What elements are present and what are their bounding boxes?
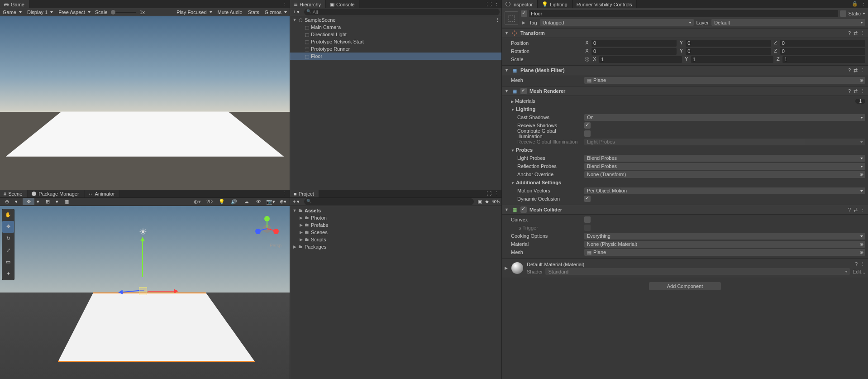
convex-checkbox[interactable] bbox=[584, 216, 591, 223]
create-dropdown[interactable]: + ▾ bbox=[290, 198, 302, 205]
scale-z-input[interactable] bbox=[782, 56, 865, 63]
gizmos-toggle[interactable]: Gizmos bbox=[262, 9, 290, 16]
maximize-icon[interactable]: ⛶ bbox=[486, 1, 491, 7]
contribute-gi-checkbox[interactable] bbox=[584, 130, 591, 137]
tab-inspector[interactable]: ⓘ Inspector bbox=[502, 0, 538, 8]
hidden-icon[interactable]: 👁5 bbox=[492, 199, 500, 204]
add-component-button[interactable]: Add Component bbox=[649, 282, 721, 290]
rotation-y-input[interactable] bbox=[686, 48, 771, 55]
move-gizmo-center[interactable] bbox=[139, 287, 147, 295]
motion-vectors-dropdown[interactable]: Per Object Motion bbox=[584, 187, 865, 194]
fx-toggle[interactable]: ☁ bbox=[240, 198, 252, 205]
maximize-icon[interactable]: ⛶ bbox=[486, 191, 491, 196]
2d-toggle[interactable]: 2D bbox=[204, 198, 215, 205]
transform-tool[interactable]: ✦ bbox=[2, 268, 14, 280]
scene-root[interactable]: ▼ ⬡ SampleScene ⋮ bbox=[290, 16, 501, 24]
reflection-probes-dropdown[interactable]: Blend Probes bbox=[584, 163, 865, 170]
help-icon[interactable]: ? bbox=[848, 67, 851, 73]
move-tool[interactable]: ✥ bbox=[2, 221, 14, 233]
tab-project[interactable]: ■ Project bbox=[290, 190, 319, 197]
move-gizmo-x[interactable] bbox=[148, 291, 175, 292]
gizmos-dropdown[interactable]: ⊕▾ bbox=[277, 198, 289, 205]
material-fold[interactable]: ▶ bbox=[505, 266, 508, 270]
cast-shadows-dropdown[interactable]: On bbox=[584, 114, 865, 121]
project-folder[interactable]: ▶🖿Prefabs bbox=[290, 221, 501, 229]
scene-viewport[interactable]: ✋ ✥ ↻ ⤢ ▭ ✦ Persp bbox=[0, 206, 290, 379]
project-folder-packages[interactable]: ▶🖿Packages bbox=[290, 243, 501, 250]
rect-tool[interactable]: ▭ bbox=[2, 256, 14, 268]
hierarchy-item-selected[interactable]: ⬚Floor bbox=[290, 53, 501, 60]
tab-console[interactable]: ▣ Console bbox=[326, 0, 359, 8]
gameobject-type-icon[interactable]: ⬚ bbox=[505, 11, 518, 25]
project-folder[interactable]: ▶🖿Scripts bbox=[290, 236, 501, 243]
dynamic-occlusion-checkbox[interactable] bbox=[584, 196, 591, 202]
panel-menu-icon[interactable]: ⋮ bbox=[281, 1, 288, 7]
scale-slider[interactable] bbox=[111, 12, 136, 13]
orientation-gizmo[interactable] bbox=[253, 214, 281, 243]
help-icon[interactable]: ? bbox=[855, 261, 858, 267]
hierarchy-search-input[interactable] bbox=[304, 9, 500, 15]
anchor-override-field[interactable]: None (Transform) bbox=[584, 171, 865, 178]
hierarchy-item[interactable]: ⬚Main Camera bbox=[290, 24, 501, 31]
help-icon[interactable]: ? bbox=[848, 30, 851, 36]
fold-icon[interactable]: ▼ bbox=[505, 89, 509, 93]
active-checkbox[interactable] bbox=[521, 10, 527, 17]
game-viewport[interactable] bbox=[0, 16, 290, 190]
layer-dropdown[interactable]: Default bbox=[711, 19, 865, 26]
light-probes-dropdown[interactable]: Blend Probes bbox=[584, 155, 865, 162]
edit-shader-button[interactable]: Edit... bbox=[853, 269, 865, 274]
tab-hierarchy[interactable]: ≣ Hierarchy bbox=[290, 0, 326, 8]
view-tool[interactable]: ✋ bbox=[2, 209, 14, 221]
component-menu-icon[interactable]: ⋮ bbox=[860, 207, 865, 213]
draw-mode-dropdown[interactable]: ◐▾ bbox=[191, 198, 203, 205]
projection-label[interactable]: Persp bbox=[270, 243, 281, 248]
meshrenderer-enable-checkbox[interactable] bbox=[520, 88, 527, 94]
materials-foldout[interactable]: Materials bbox=[505, 98, 582, 104]
lock-icon[interactable]: 🔒 bbox=[852, 1, 858, 7]
stats-toggle[interactable]: Stats bbox=[245, 9, 262, 16]
rotate-tool[interactable]: ↻ bbox=[2, 233, 14, 245]
cooking-options-dropdown[interactable]: Everything bbox=[584, 233, 865, 240]
static-toggle[interactable]: Static bbox=[840, 10, 865, 17]
preset-icon[interactable]: ⇄ bbox=[854, 67, 858, 73]
panel-menu-icon[interactable]: ⋮ bbox=[493, 1, 500, 7]
scene-tool-grid[interactable]: ⊞ bbox=[42, 198, 53, 205]
lighting-foldout[interactable]: Lighting bbox=[505, 106, 582, 112]
project-folder-assets[interactable]: ▼🖿Assets bbox=[290, 207, 501, 214]
scene-tool-pivot[interactable]: ⊕ bbox=[1, 198, 13, 205]
constrain-scale-icon[interactable]: ⛓ bbox=[584, 57, 589, 62]
fold-icon[interactable]: ▼ bbox=[505, 31, 509, 35]
rotation-z-input[interactable] bbox=[780, 48, 865, 55]
position-y-input[interactable] bbox=[686, 40, 771, 47]
fold-icon[interactable]: ▼ bbox=[505, 207, 509, 212]
visibility-toggle[interactable]: 👁 bbox=[253, 198, 264, 205]
component-menu-icon[interactable]: ⋮ bbox=[860, 30, 865, 36]
tab-package-manager[interactable]: Package Manager bbox=[28, 190, 84, 197]
project-folder[interactable]: ▶🖿Scenes bbox=[290, 229, 501, 236]
scene-menu-icon[interactable]: ⋮ bbox=[495, 17, 501, 23]
scene-tool-snap[interactable]: ▦ bbox=[61, 198, 72, 205]
position-x-input[interactable] bbox=[591, 40, 677, 47]
preset-icon[interactable]: ⇄ bbox=[854, 88, 858, 94]
component-menu-icon[interactable]: ⋮ bbox=[860, 261, 865, 267]
game-mode-dropdown[interactable]: Game bbox=[0, 9, 24, 16]
component-menu-icon[interactable]: ⋮ bbox=[860, 67, 865, 73]
panel-menu-icon[interactable]: ⋮ bbox=[281, 191, 288, 197]
scene-tool-handle[interactable]: ✥ bbox=[23, 198, 34, 205]
scale-x-input[interactable] bbox=[599, 56, 682, 63]
tab-animator[interactable]: ↔ Animator bbox=[85, 190, 120, 197]
panel-menu-icon[interactable]: ⋮ bbox=[493, 191, 500, 197]
tab-lighting[interactable]: 💡 Lighting bbox=[538, 0, 572, 8]
move-gizmo-y[interactable] bbox=[142, 240, 143, 277]
panel-menu-icon[interactable]: ⋮ bbox=[860, 1, 866, 7]
hierarchy-item[interactable]: ⬚Prototype Runner bbox=[290, 45, 501, 53]
mesh-object-field[interactable]: ▦Plane bbox=[584, 77, 865, 84]
help-icon[interactable]: ? bbox=[848, 207, 851, 212]
play-focused-dropdown[interactable]: Play Focused bbox=[174, 9, 215, 16]
preset-icon[interactable]: ⇄ bbox=[854, 207, 858, 213]
receive-shadows-checkbox[interactable] bbox=[584, 122, 591, 129]
aspect-dropdown[interactable]: Free Aspect bbox=[56, 9, 93, 16]
collider-mesh-field[interactable]: ▦Plane bbox=[584, 249, 865, 256]
object-name-input[interactable] bbox=[529, 10, 838, 17]
additional-settings-foldout[interactable]: Additional Settings bbox=[505, 180, 582, 185]
